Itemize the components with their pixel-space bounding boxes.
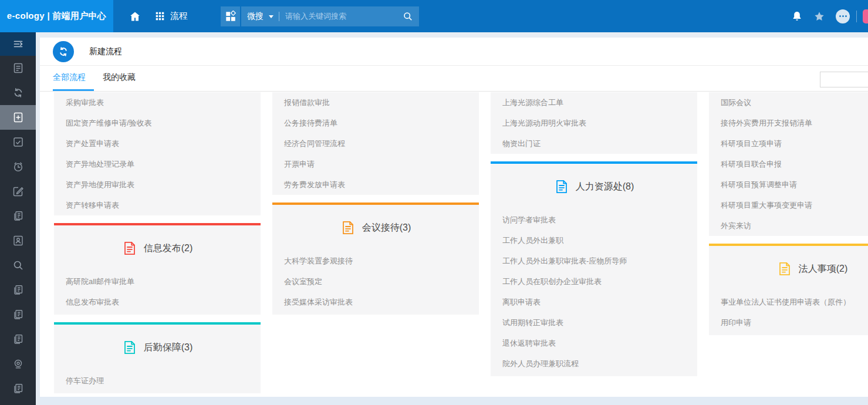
process-link[interactable]: 外宾来访 [709,215,868,236]
new-process-icon [12,112,24,123]
process-column-4: 国际会议接待外宾费用开支报销清单科研项目立项申请科研项目联合申报科研项目预算调整… [709,92,868,397]
app-logo[interactable]: e-cology | 前端用户中心 [0,0,113,32]
sidebar-item-menu-toggle[interactable] [0,32,36,56]
copy-docs-icon [12,309,24,320]
process-link[interactable]: 采购审批表 [54,92,261,113]
search-scope-label[interactable]: 微搜 [247,11,264,22]
search-icon[interactable] [403,11,413,22]
process-link[interactable]: 国际会议 [709,92,868,113]
process-link[interactable]: 离职申请表 [491,292,697,312]
category-title: 会议接待(3) [362,222,411,234]
process-link[interactable]: 信息发布审批表 [54,292,261,312]
bottom-strip [40,397,868,405]
sidebar-item-monitor[interactable] [0,352,36,376]
process-link[interactable]: 工作人员外出兼职 [491,230,697,251]
clock-icon [12,161,24,173]
content-panel: 新建流程 全部流程 我的收藏 采购审批表固定资产维修申请/验收表资产处置申请表资… [40,38,868,397]
process-columns: 采购审批表固定资产维修申请/验收表资产处置申请表资产异地处理记录单资产异地使用审… [40,92,868,397]
sidebar-item-search[interactable] [0,253,36,278]
process-link[interactable]: 上海光源综合工单 [491,92,697,113]
process-link[interactable]: 资产异地使用审批表 [54,174,261,195]
more-ellipsis-icon[interactable] [836,9,850,23]
global-search-input[interactable] [285,12,403,21]
copy-docs-icon [12,210,24,222]
process-link[interactable]: 劳务费发放申请表 [272,174,479,195]
sidebar-item-docs-3[interactable] [0,302,36,327]
sidebar-item-forms[interactable] [0,56,36,80]
process-link[interactable]: 工作人员外出兼职审批表-应物所导师 [491,251,697,271]
process-link[interactable]: 科研项目联合申报 [709,154,868,174]
search-divider [279,12,279,21]
process-link[interactable]: 接受媒体采访审批表 [272,292,479,312]
sidebar-item-docs-5[interactable] [0,376,36,401]
sync-icon [12,87,24,99]
process-link[interactable]: 资产异地处理记录单 [54,154,261,174]
sidebar-item-docs-2[interactable] [0,278,36,302]
process-link[interactable]: 退休返聘审批表 [491,333,697,353]
process-column-1: 采购审批表固定资产维修申请/验收表资产处置申请表资产异地处理记录单资产异地使用审… [54,92,261,397]
process-link[interactable]: 接待外宾费用开支报销清单 [709,113,868,133]
process-filter-input[interactable] [820,72,868,87]
sidebar-item-docs-1[interactable] [0,204,36,228]
category-card: 法人事项(2)事业单位法人证书使用申请表（原件）用印申请 [709,244,868,335]
tab-bar: 全部流程 我的收藏 [40,66,868,92]
star-icon[interactable] [813,11,825,22]
process-link[interactable]: 会议室预定 [272,271,479,292]
process-link[interactable]: 报销借款审批 [272,92,479,113]
process-link[interactable]: 资产处置申请表 [54,133,261,154]
tab-all-processes[interactable]: 全部流程 [53,72,86,91]
process-link[interactable]: 公务接待费清单 [272,113,479,133]
tab-my-favorites[interactable]: 我的收藏 [103,72,136,91]
process-link[interactable]: 停车证办理 [54,370,261,391]
category-header: 后勤保障(3) [54,325,261,370]
category-title: 后勤保障(3) [144,342,193,354]
process-link[interactable]: 高研院all邮件审批单 [54,271,261,292]
page-header: 新建流程 [40,38,868,66]
process-link[interactable]: 科研项目立项申请 [709,133,868,154]
search-box: 微搜 [241,6,419,26]
category-header: 会议接待(3) [272,205,479,251]
global-search: 微搜 [221,6,419,26]
process-link[interactable]: 访问学者审批表 [491,210,697,230]
process-link[interactable]: 试用期转正审批表 [491,312,697,333]
copy-docs-icon [12,383,24,394]
sidebar-item-docs-4[interactable] [0,327,36,352]
home-icon[interactable] [129,11,141,22]
contact-card-icon [12,235,24,247]
sidebar-item-draft[interactable] [0,179,36,204]
sidebar-item-tasks[interactable] [0,130,36,154]
nav-process[interactable]: 流程 [155,11,188,22]
process-list-card: 采购审批表固定资产维修申请/验收表资产处置申请表资产异地处理记录单资产异地使用审… [54,92,261,215]
topbar-divider [856,11,857,22]
avatar[interactable] [863,9,868,23]
bell-icon[interactable] [791,11,803,22]
process-link[interactable]: 院外人员办理兼职流程 [491,353,697,374]
category-header: 信息发布(2) [54,225,261,271]
layout: 新建流程 全部流程 我的收藏 采购审批表固定资产维修申请/验收表资产处置申请表资… [0,32,868,405]
app-blocks-icon[interactable] [221,6,240,26]
process-link[interactable]: 资产转移申请表 [54,195,261,215]
process-link[interactable]: 固定资产维修申请/验收表 [54,113,261,133]
process-list-card: 国际会议接待外宾费用开支报销清单科研项目立项申请科研项目联合申报科研项目预算调整… [709,92,868,236]
process-list-card: 上海光源综合工单上海光源动用明火审批表物资出门证 [491,92,697,154]
category-title: 法人事项(2) [799,263,848,275]
process-link[interactable]: 经济合同管理流程 [272,133,479,154]
process-column-3: 上海光源综合工单上海光源动用明火审批表物资出门证人力资源处(8)访问学者审批表工… [491,92,697,397]
process-link[interactable]: 开票申请 [272,154,479,174]
process-link[interactable]: 科研项目重大事项变更申请 [709,195,868,215]
process-link[interactable]: 事业单位法人证书使用申请表（原件） [709,292,868,312]
sidebar-item-contacts[interactable] [0,228,36,253]
sidebar-item-new-process[interactable] [0,105,36,130]
process-link[interactable]: 用印申请 [709,312,868,333]
caret-down-icon[interactable] [269,15,273,18]
sidebar-item-pending[interactable] [0,154,36,179]
apps-grid-icon [155,11,165,21]
sidebar-item-workflow-sync[interactable] [0,80,36,105]
process-link[interactable]: 上海光源动用明火审批表 [491,113,697,133]
process-link[interactable]: 大科学装置参观接待 [272,251,479,271]
main-area: 新建流程 全部流程 我的收藏 采购审批表固定资产维修申请/验收表资产处置申请表资… [36,32,868,405]
process-link[interactable]: 工作人员在职创办企业审批表 [491,271,697,292]
process-link[interactable]: 科研项目预算调整申请 [709,174,868,195]
process-list-card: 报销借款审批公务接待费清单经济合同管理流程开票申请劳务费发放申请表 [272,92,479,195]
process-link[interactable]: 物资出门证 [491,133,697,154]
